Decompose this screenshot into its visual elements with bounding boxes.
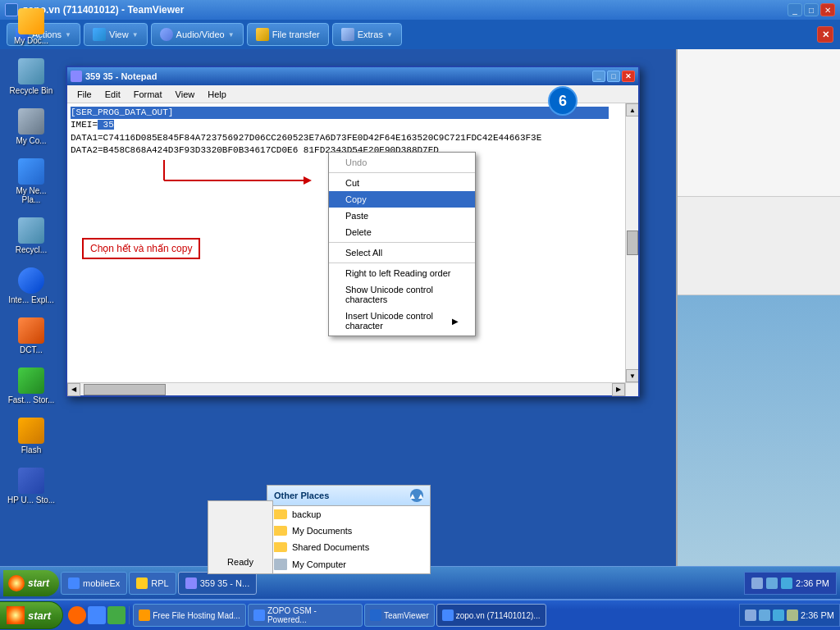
context-menu-sep2 — [329, 242, 475, 243]
notepad-vscrollbar[interactable]: ▲ ▼ — [625, 103, 638, 382]
context-menu-delete[interactable]: Delete — [329, 224, 475, 240]
context-menu-insert-unicode-label: Insert Unicode control character — [345, 311, 452, 331]
scrollbar-down-button[interactable]: ▼ — [626, 369, 638, 382]
main-start-label: start — [28, 609, 51, 622]
context-menu: Undo Cut Copy Paste Delete Select All Ri… — [328, 152, 476, 336]
hscroll-left-button[interactable]: ◀ — [67, 383, 80, 396]
notepad-menu-edit[interactable]: Edit — [98, 88, 127, 101]
icon-flash[interactable]: Flash — [7, 418, 56, 454]
other-places-panel: Other Places ▲▲ backup My Documents Shar… — [267, 485, 431, 574]
ie-quick-icon[interactable] — [88, 606, 106, 624]
icon-my-computer[interactable]: My Co... — [7, 108, 56, 145]
notepad-hscrollbar[interactable]: ◀ ▶ — [67, 382, 638, 395]
other-places-my-documents[interactable]: My Documents — [267, 523, 430, 539]
context-menu-select-all[interactable]: Select All — [329, 244, 475, 261]
audio-video-button[interactable]: Audio/Video ▼ — [151, 23, 244, 46]
taskbar-clock: 2:36 PM — [744, 572, 837, 595]
submenu-arrow-icon: ▶ — [452, 317, 459, 326]
icon-fast-label: Fast... Stor... — [8, 395, 55, 404]
tv-maximize-button[interactable]: □ — [804, 3, 819, 16]
context-menu-rtl[interactable]: Right to left Reading order — [329, 265, 475, 281]
svg-marker-1 — [304, 176, 312, 185]
notepad-close-button[interactable]: ✕ — [622, 71, 635, 82]
icon-my-documents-label: My Doc... — [14, 36, 48, 45]
notepad-controls: _ □ ✕ — [592, 71, 635, 82]
bottom-taskbar-items: Free File Hosting Mad... ZOPO GSM - Powe… — [133, 604, 739, 627]
file-transfer-button[interactable]: File transfer — [247, 23, 329, 46]
other-places-backup[interactable]: backup — [267, 506, 430, 523]
icon-my-network-label: My Ne... Pla... — [7, 186, 56, 204]
notepad-maximize-button[interactable]: □ — [607, 71, 620, 82]
other-places-shared-documents[interactable]: Shared Documents — [267, 539, 430, 555]
hscroll-thumb[interactable] — [84, 384, 166, 395]
tray-icon-3 — [773, 609, 784, 621]
tv-close-button[interactable]: ✕ — [820, 3, 835, 16]
context-menu-show-unicode[interactable]: Show Unicode control characters — [329, 281, 475, 308]
tv-minimize-button[interactable]: _ — [788, 3, 802, 16]
bottom-item-zopo[interactable]: ZOPO GSM - Powered... — [248, 604, 363, 627]
other-places-my-documents-label: My Documents — [292, 526, 352, 536]
bottom-item-hosting-label: Free File Hosting Mad... — [153, 611, 240, 620]
audio-video-icon — [160, 28, 173, 41]
notepad-menu-format[interactable]: Format — [127, 88, 169, 101]
icon-recycle-bin-label: Recycle Bin — [10, 86, 53, 95]
notepad-line-2: IMEI= 35 — [71, 119, 609, 131]
icon-fast[interactable]: Fast... Stor... — [7, 368, 56, 404]
inner-start-label: start — [28, 578, 49, 589]
inner-start-button[interactable]: start — [3, 570, 59, 596]
hscroll-right-button[interactable]: ▶ — [612, 383, 625, 396]
bottom-item-teamviewer-label: TeamViewer — [384, 611, 429, 620]
icon-flash-label: Flash — [21, 445, 41, 454]
taskbar-item-mobileEx[interactable]: mobileEx — [61, 572, 127, 595]
icon-my-network[interactable]: My Ne... Pla... — [7, 158, 56, 204]
icon-dct[interactable]: DCT... — [7, 317, 56, 354]
tv-toolbar-close-button[interactable]: ✕ — [817, 26, 833, 43]
extras-button[interactable]: Extras ▼ — [332, 23, 402, 46]
main-start-button[interactable]: start — [0, 601, 63, 629]
icon-my-documents[interactable]: My Doc... — [7, 8, 56, 45]
other-places-header: Other Places ▲▲ — [267, 486, 430, 506]
context-menu-cut[interactable]: Cut — [329, 175, 475, 191]
context-menu-sep3 — [329, 262, 475, 263]
scrollbar-thumb[interactable] — [627, 231, 638, 255]
icon-hp[interactable]: HP U... Sto... — [7, 468, 56, 504]
notepad-menu-help[interactable]: Help — [201, 88, 233, 101]
notepad-minimize-button[interactable]: _ — [592, 71, 605, 82]
scrollbar-up-button[interactable]: ▲ — [626, 103, 638, 116]
bottom-item-hosting[interactable]: Free File Hosting Mad... — [133, 604, 246, 627]
other-places-shared-documents-label: Shared Documents — [292, 542, 369, 552]
other-places-collapse-button[interactable]: ▲▲ — [410, 489, 423, 502]
bottom-item-tv-active[interactable]: zopo.vn (711401012)... — [436, 604, 546, 627]
extras-icon — [341, 28, 354, 41]
tv-side-panel — [676, 49, 840, 566]
misc-quick-icon[interactable] — [107, 606, 126, 624]
icon-recycle2[interactable]: Recycl... — [7, 217, 56, 254]
view-label: View — [109, 30, 129, 39]
icon-recycle-bin[interactable]: Recycle Bin — [7, 58, 56, 95]
other-places-title: Other Places — [274, 491, 329, 500]
icon-my-computer-label: My Co... — [16, 136, 46, 145]
context-menu-paste[interactable]: Paste — [329, 208, 475, 224]
tv-window-controls: _ □ ✕ — [788, 3, 835, 16]
desktop: zopo.vn (711401012) - TeamViewer _ □ ✕ A… — [0, 0, 840, 630]
taskbar-item-notepad[interactable]: 359 35 - N... — [178, 572, 258, 595]
system-tray: 2:36 PM — [739, 604, 840, 627]
notepad-titlebar: 359 35 - Notepad _ □ ✕ — [67, 67, 638, 85]
view-arrow-icon: ▼ — [132, 31, 139, 39]
desktop-icons: My Doc... Recycle Bin My Co... My Ne... … — [7, 8, 56, 504]
icon-internet[interactable]: Inte... Expl... — [7, 267, 56, 304]
other-places-my-computer[interactable]: My Computer — [267, 555, 430, 573]
context-menu-copy[interactable]: Copy — [329, 191, 475, 208]
context-menu-insert-unicode[interactable]: Insert Unicode control character ▶ — [329, 308, 475, 334]
notepad-menu-view[interactable]: View — [169, 88, 202, 101]
other-places-my-computer-label: My Computer — [292, 559, 346, 569]
context-menu-undo[interactable]: Undo — [329, 154, 475, 171]
taskbar-item-rpl[interactable]: RPL — [129, 572, 176, 595]
view-icon — [93, 28, 106, 41]
notepad-line-1: [SER_PROG_DATA_OUT] — [71, 107, 609, 119]
view-button[interactable]: View ▼ — [84, 23, 148, 46]
bottom-item-teamviewer[interactable]: TeamViewer — [364, 604, 435, 627]
notepad-menu-file[interactable]: File — [71, 88, 98, 101]
tray-clock: 2:36 PM — [801, 610, 834, 620]
firefox-quick-icon[interactable] — [68, 606, 86, 624]
